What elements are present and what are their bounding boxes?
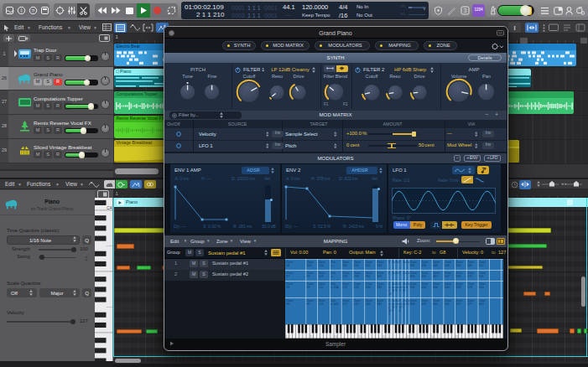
svg-text:99: 99 (307, 286, 310, 289)
svg-text:68: 68 (286, 264, 289, 267)
svg-text:32: 32 (392, 288, 395, 292)
svg-text:e 15A: e 15A (330, 286, 339, 289)
svg-text:383: 383 (377, 275, 382, 278)
svg-text:124: 124 (318, 264, 323, 267)
svg-text:s...: s... (330, 275, 335, 278)
svg-text:218: 218 (354, 286, 359, 289)
svg-text:C4: C4 (107, 206, 112, 210)
svg-text:91: 91 (406, 302, 409, 305)
svg-text:434: 434 (421, 286, 426, 289)
svg-text:Z: Z (388, 260, 390, 263)
svg-text:468: 468 (433, 264, 438, 267)
svg-text:?: ? (32, 8, 35, 13)
svg-text:37: 37 (403, 288, 406, 292)
svg-text:3: 3 (464, 8, 467, 13)
svg-text:99: 99 (307, 275, 310, 278)
svg-text:540: 540 (455, 264, 461, 267)
svg-text:176: 176 (342, 286, 347, 289)
svg-text:252: 252 (366, 264, 371, 267)
svg-text:539: 539 (455, 275, 461, 278)
svg-text:9: 9 (395, 288, 397, 292)
svg-text:579: 579 (467, 275, 472, 278)
svg-text:394: 394 (410, 286, 415, 289)
svg-text:436: 436 (421, 264, 426, 267)
svg-text:578: 578 (467, 286, 472, 289)
svg-text:4: 4 (399, 288, 401, 292)
svg-text:218: 218 (354, 275, 359, 278)
svg-text:8: 8 (406, 285, 408, 288)
svg-text:395: 395 (410, 275, 415, 278)
svg-text:467: 467 (433, 275, 438, 278)
svg-text:i: i (21, 8, 22, 13)
svg-text:538: 538 (455, 286, 461, 289)
svg-text:e 163: e 163 (330, 302, 338, 306)
svg-text:466: 466 (433, 286, 438, 289)
svg-text:3: 3 (388, 312, 390, 315)
svg-text:33: 33 (388, 292, 392, 295)
svg-text:7: 7 (395, 305, 397, 308)
svg-text:122: 122 (318, 286, 323, 289)
svg-text:612: 612 (479, 264, 484, 267)
svg-text:177: 177 (342, 302, 347, 306)
svg-text:100: 100 (307, 264, 312, 267)
svg-text:Z: Z (399, 271, 401, 274)
svg-text:281: 281 (377, 302, 382, 306)
svg-text:9: 9 (392, 308, 393, 312)
svg-text:99: 99 (286, 302, 289, 306)
svg-text:393: 393 (410, 302, 415, 306)
svg-text:123: 123 (318, 275, 323, 278)
svg-text:Z: Z (399, 260, 401, 263)
svg-text:537: 537 (455, 302, 461, 306)
svg-text:121: 121 (318, 302, 323, 306)
svg-text:611: 611 (479, 275, 484, 278)
svg-text:284: 284 (377, 264, 382, 267)
svg-text:577: 577 (467, 302, 472, 306)
svg-text:282: 282 (377, 286, 382, 289)
svg-text:180: 180 (342, 264, 347, 267)
svg-text:507: 507 (445, 275, 450, 278)
svg-text:87: 87 (286, 275, 289, 278)
svg-text:506: 506 (445, 286, 450, 289)
svg-text:609: 609 (479, 302, 484, 306)
svg-text:505: 505 (445, 302, 450, 306)
svg-text:98: 98 (286, 286, 289, 289)
svg-text:281: 281 (366, 275, 371, 278)
svg-text:220: 220 (354, 264, 359, 267)
svg-text:87: 87 (307, 302, 310, 306)
svg-text:7: 7 (403, 305, 404, 308)
svg-text:Z: Z (388, 271, 390, 274)
svg-text:396: 396 (410, 264, 415, 267)
svg-text:178: 178 (342, 275, 347, 278)
svg-text:s...: s... (330, 264, 335, 267)
svg-text:508: 508 (445, 264, 450, 267)
svg-text:249: 249 (366, 302, 371, 306)
svg-text:250: 250 (366, 286, 371, 289)
svg-text:465: 465 (433, 302, 438, 306)
svg-text:433: 433 (421, 302, 426, 306)
svg-text:217: 217 (354, 302, 359, 306)
svg-text:610: 610 (479, 286, 484, 289)
svg-text:435: 435 (421, 275, 426, 278)
svg-text:580: 580 (467, 264, 472, 267)
svg-text:3: 3 (399, 308, 401, 312)
